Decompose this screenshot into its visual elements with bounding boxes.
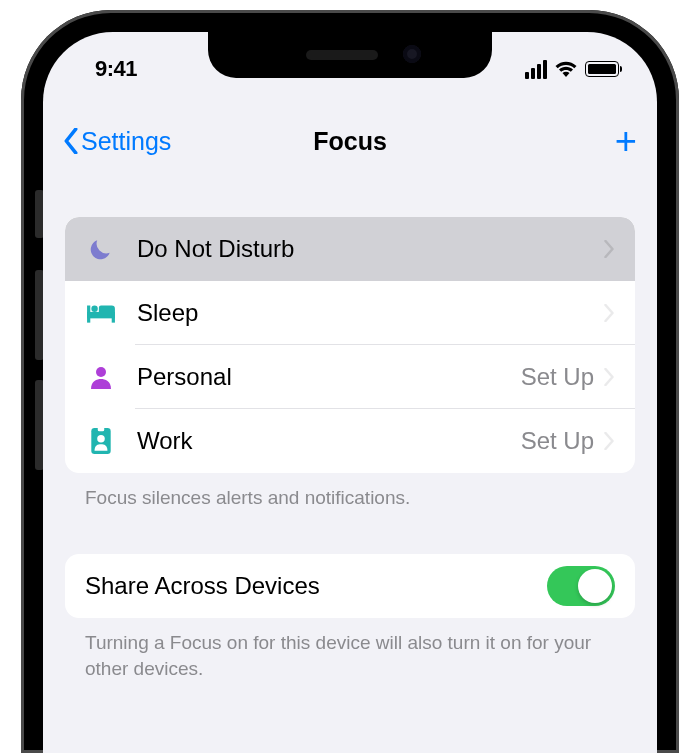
screen: 9:41 Settings Focus + [43,32,657,753]
notch [208,32,492,78]
battery-icon [585,61,619,77]
row-label: Work [137,427,521,455]
focus-row-do-not-disturb[interactable]: Do Not Disturb [65,217,635,281]
svg-rect-1 [87,312,115,318]
nav-bar: Settings Focus + [43,112,657,170]
svg-rect-2 [112,312,115,323]
page-title: Focus [313,127,387,156]
chevron-right-icon [604,432,615,450]
back-button[interactable]: Settings [63,127,171,156]
share-group: Share Across Devices [65,554,635,618]
row-label: Do Not Disturb [137,235,594,263]
focus-footer-text: Focus silences alerts and notifications. [65,473,635,512]
row-label: Sleep [137,299,594,327]
focus-row-work[interactable]: Work Set Up [65,409,635,473]
content: Do Not Disturb Sleep [43,217,657,683]
badge-icon [85,425,117,457]
add-button[interactable]: + [615,122,637,160]
row-detail: Set Up [521,427,594,455]
chevron-right-icon [604,304,615,322]
status-time: 9:41 [77,56,137,82]
share-footer-text: Turning a Focus on for this device will … [65,618,635,683]
back-label: Settings [81,127,171,156]
row-detail: Set Up [521,363,594,391]
chevron-right-icon [604,368,615,386]
share-across-devices-row: Share Across Devices [65,554,635,618]
svg-rect-6 [98,427,104,431]
wifi-icon [554,60,578,78]
share-toggle[interactable] [547,566,615,606]
svg-point-7 [97,435,105,443]
status-indicators [525,60,623,79]
focus-row-personal[interactable]: Personal Set Up [65,345,635,409]
bed-icon [85,297,117,329]
chevron-right-icon [604,240,615,258]
person-icon [85,361,117,393]
focus-row-sleep[interactable]: Sleep [65,281,635,345]
row-label: Personal [137,363,521,391]
cellular-icon [525,60,547,79]
share-label: Share Across Devices [85,572,320,600]
phone-frame: 9:41 Settings Focus + [21,10,679,753]
focus-list: Do Not Disturb Sleep [65,217,635,473]
chevron-left-icon [63,128,79,154]
svg-point-4 [96,367,106,377]
toggle-knob [578,569,612,603]
svg-point-3 [91,306,97,312]
moon-icon [85,233,117,265]
